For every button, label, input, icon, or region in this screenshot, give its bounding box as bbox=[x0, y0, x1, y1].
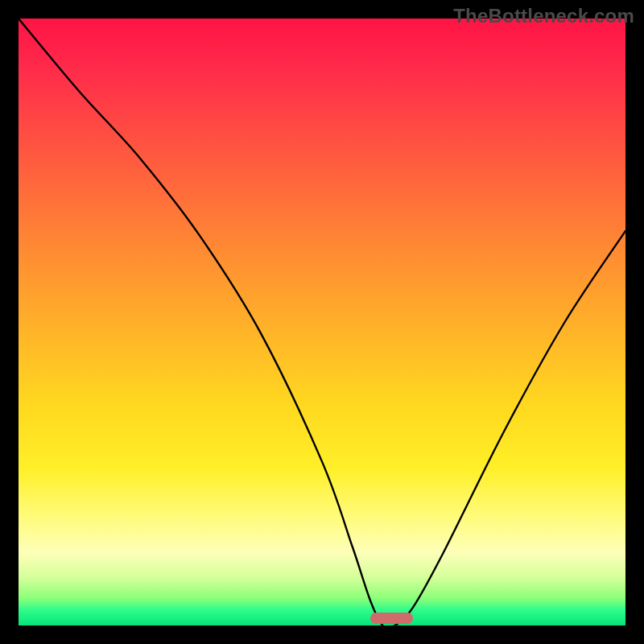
bottleneck-curve bbox=[19, 19, 625, 625]
optimal-range-marker bbox=[370, 613, 413, 624]
watermark-text: TheBottleneck.com bbox=[453, 5, 634, 27]
plot-area bbox=[19, 19, 625, 625]
chart-frame: TheBottleneck.com bbox=[0, 0, 644, 644]
